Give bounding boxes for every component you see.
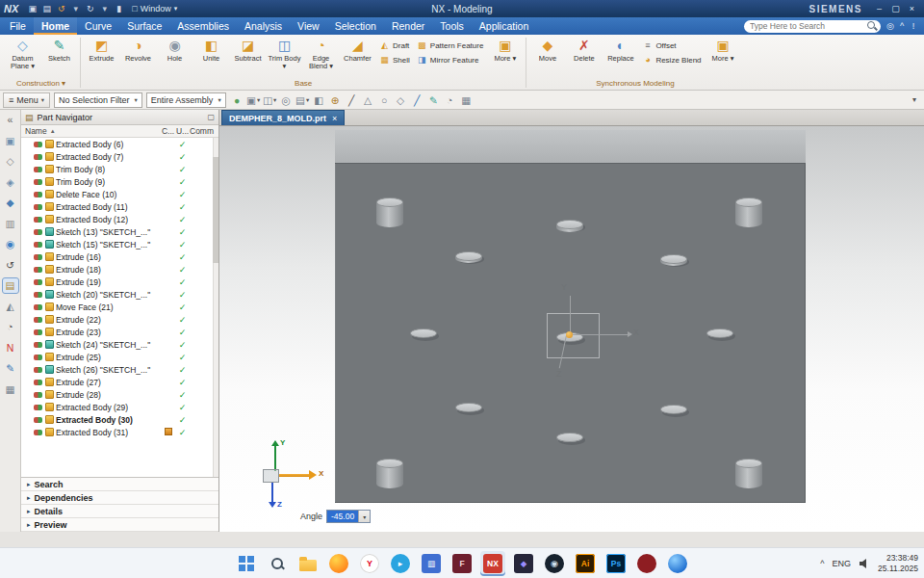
subtract-button[interactable]: ◪Subtract xyxy=(230,36,266,78)
process-studio-icon[interactable]: ◭ xyxy=(3,300,18,314)
sketch-button[interactable]: ✎Sketch xyxy=(41,36,77,78)
nx-app-button[interactable]: NX xyxy=(480,551,505,576)
move-face-button[interactable]: ◆Move xyxy=(529,36,565,78)
constraint-navigator-icon[interactable]: ◈ xyxy=(3,175,18,190)
visibility-toggle-icon[interactable] xyxy=(34,417,42,423)
undock-icon[interactable]: ▢ xyxy=(207,113,215,121)
tree-row[interactable]: Extrude (19)✓ xyxy=(21,276,218,288)
pattern-feature-button[interactable]: ▩Pattern Feature xyxy=(414,39,487,52)
tree-row[interactable]: Extracted Body (29)✓ xyxy=(21,401,218,413)
clip-section-icon[interactable]: ◧ xyxy=(312,94,326,106)
tree-row[interactable]: Extrude (27)✓ xyxy=(21,376,218,388)
history-palette-icon[interactable]: ◔ xyxy=(3,320,18,334)
save-app-button[interactable]: ▥ xyxy=(419,551,444,576)
menu-button[interactable]: ≡ Menu ▾ xyxy=(3,92,50,108)
f-app-button[interactable]: F xyxy=(449,551,475,576)
revolve-button[interactable]: ◑Revolve xyxy=(120,36,156,78)
center-point-snap-icon[interactable]: ○ xyxy=(377,94,392,106)
hole-button[interactable]: ◉Hole xyxy=(157,36,192,78)
tree-row[interactable]: Extrude (23)✓ xyxy=(21,326,218,338)
visibility-toggle-icon[interactable] xyxy=(34,204,42,210)
panel-section-search[interactable]: ▸Search xyxy=(21,478,218,491)
view-manager-icon[interactable]: ◉ xyxy=(3,237,18,251)
draft-button[interactable]: ◭Draft xyxy=(376,39,413,52)
tree-row[interactable]: Extracted Body (12)✓ xyxy=(21,213,218,225)
photoshop-button[interactable]: Ps xyxy=(603,551,629,576)
column-u[interactable]: U... xyxy=(175,126,190,136)
wcs-y-axis[interactable] xyxy=(570,296,571,335)
panel-section-preview[interactable]: ▸Preview xyxy=(21,518,218,532)
resize-blend-button[interactable]: ◕Resize Blend xyxy=(639,53,704,66)
triad-origin-box[interactable] xyxy=(263,469,279,483)
visibility-toggle-icon[interactable] xyxy=(34,267,42,273)
mid-point-snap-icon[interactable]: △ xyxy=(361,94,375,106)
mirror-feature-button[interactable]: ◨Mirror Feature xyxy=(414,53,487,66)
reuse-library-icon[interactable]: ▥ xyxy=(3,217,18,231)
steam-button[interactable]: ◉ xyxy=(542,551,567,576)
redo-caret-icon[interactable]: ▾ xyxy=(98,4,111,13)
visibility-toggle-icon[interactable] xyxy=(34,329,42,335)
notification-icon[interactable]: N xyxy=(3,341,18,355)
selection-scope-combo[interactable]: Entire Assembly ▾ xyxy=(146,92,226,108)
tree-row[interactable]: Extrude (22)✓ xyxy=(21,313,218,326)
alert-icon[interactable]: ! xyxy=(908,21,919,31)
triad-y-axis[interactable] xyxy=(274,446,276,471)
tab-view[interactable]: View xyxy=(290,17,327,35)
close-button[interactable]: × xyxy=(904,4,920,13)
extrude-button[interactable]: ◩Extrude xyxy=(84,36,119,78)
tree-row[interactable]: Trim Body (8)✓ xyxy=(21,163,218,175)
visibility-toggle-icon[interactable] xyxy=(34,367,42,373)
offset-region-button[interactable]: ≡Offset xyxy=(639,39,704,52)
work-layer-icon[interactable]: ● xyxy=(230,94,244,106)
minimize-button[interactable]: – xyxy=(871,4,887,13)
edge-blend-button[interactable]: ◔Edge Blend ▾ xyxy=(303,36,339,78)
visibility-toggle-icon[interactable] xyxy=(34,179,42,185)
visibility-toggle-icon[interactable] xyxy=(34,342,42,348)
tree-row[interactable]: Extrude (18)✓ xyxy=(21,263,218,276)
tree-row[interactable]: Extracted Body (7)✓ xyxy=(21,150,218,163)
tab-application[interactable]: Application xyxy=(472,17,536,35)
visibility-toggle-icon[interactable] xyxy=(34,154,42,160)
tab-home[interactable]: Home xyxy=(34,17,77,35)
tab-analysis[interactable]: Analysis xyxy=(237,17,290,35)
browser-button[interactable] xyxy=(665,551,690,576)
search-button[interactable] xyxy=(265,551,290,576)
triad-x-axis[interactable] xyxy=(279,474,310,477)
visibility-toggle-icon[interactable] xyxy=(34,430,42,435)
assembly-navigator-icon[interactable]: ◇ xyxy=(3,154,18,169)
chamfer-button[interactable]: ◢Chamfer xyxy=(340,36,375,78)
tree-row[interactable]: Extrude (25)✓ xyxy=(21,351,218,363)
illustrator-button[interactable]: Ai xyxy=(573,551,598,576)
wcs-plane-box[interactable] xyxy=(547,313,600,358)
tree-row[interactable]: Extrude (28)✓ xyxy=(21,388,218,401)
file-explorer-button[interactable] xyxy=(295,551,321,576)
datum-plane-button[interactable]: ◇Datum Plane ▾ xyxy=(5,36,40,78)
tree-row[interactable]: Sketch (20) "SKETCH_..."✓ xyxy=(21,288,218,301)
visibility-toggle-icon[interactable] xyxy=(34,167,42,172)
column-name[interactable]: Name ▲ xyxy=(25,126,161,136)
tree-row[interactable]: Extracted Body (30)✓ xyxy=(21,413,218,426)
undo-icon[interactable]: ↺ xyxy=(55,4,67,13)
undo-caret-icon[interactable]: ▾ xyxy=(69,4,82,13)
visibility-toggle-icon[interactable] xyxy=(34,254,42,260)
layer-settings-icon[interactable]: ▤▾ xyxy=(295,94,310,106)
intersection-snap-icon[interactable]: ◇ xyxy=(394,94,408,106)
telegram-button[interactable]: ▸ xyxy=(388,551,413,576)
maximize-button[interactable]: ▢ xyxy=(887,4,904,13)
scrollbar-thumb[interactable] xyxy=(213,157,218,263)
start-button[interactable] xyxy=(234,551,259,576)
tree-row[interactable]: Extracted Body (31)✓ xyxy=(21,426,218,438)
visibility-toggle-icon[interactable] xyxy=(34,392,42,398)
language-indicator[interactable]: ENG xyxy=(833,559,852,568)
web-browser-icon[interactable]: ↺ xyxy=(3,258,18,273)
replace-face-button[interactable]: ◐Replace xyxy=(603,36,638,78)
angle-field[interactable]: -45.00 ▾ xyxy=(326,510,371,523)
snap-point-icon[interactable]: ⊕ xyxy=(328,94,343,106)
visibility-toggle-icon[interactable] xyxy=(34,292,42,298)
panel-section-details[interactable]: ▸Details xyxy=(21,505,218,518)
tab-file[interactable]: File xyxy=(2,17,34,35)
visibility-toggle-icon[interactable] xyxy=(34,142,42,147)
tree-row[interactable]: Extracted Body (6)✓ xyxy=(21,138,218,150)
more-sync-button[interactable]: ▣More ▾ xyxy=(706,36,741,78)
viewport-canvas[interactable]: X Y Z Y X Z Angle -45.00 ▾ xyxy=(219,126,924,532)
